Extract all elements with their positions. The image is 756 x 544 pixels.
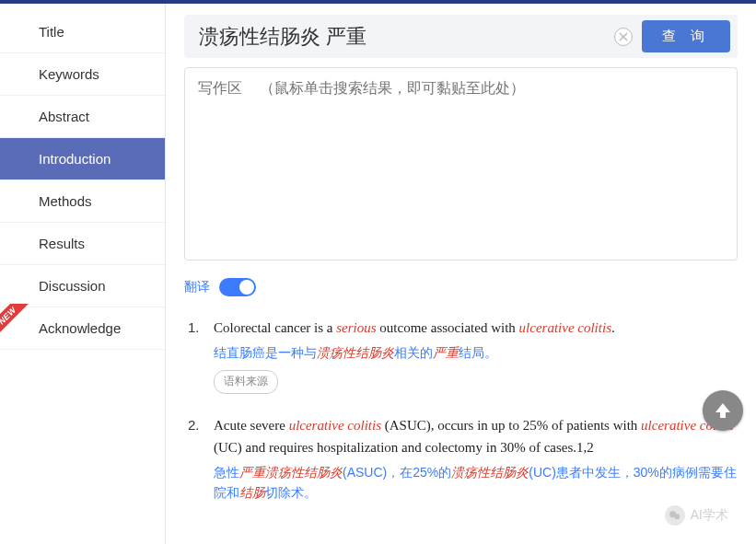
watermark: AI学术 (665, 505, 728, 526)
sidebar-item-acknowledge[interactable]: Acknowledge (0, 307, 165, 350)
translate-label: 翻译 (184, 279, 210, 295)
result-english: Colorectal cancer is a serious outcome a… (214, 317, 738, 339)
svg-point-1 (674, 514, 680, 519)
result-item[interactable]: 2.Acute severe ulcerative colitis (ASUC)… (188, 414, 738, 503)
wechat-icon (665, 505, 685, 526)
svg-point-0 (669, 511, 676, 517)
sidebar-item-methods[interactable]: Methods (0, 180, 165, 223)
sidebar-item-keywords[interactable]: Keywords (0, 53, 165, 96)
result-english: Acute severe ulcerative colitis (ASUC), … (214, 414, 738, 458)
result-chinese: 急性严重溃疡性结肠炎(ASUC)，在25%的溃疡性结肠炎(UC)患者中发生，30… (214, 462, 738, 503)
sidebar-item-discussion[interactable]: Discussion (0, 265, 165, 307)
new-badge (0, 304, 33, 341)
source-button[interactable]: 语料来源 (214, 370, 278, 393)
scroll-top-button[interactable] (703, 390, 743, 431)
main-panel: 查 询 翻译 1.Colorectal cancer is a serious … (166, 4, 756, 544)
result-number: 1. (188, 317, 203, 394)
watermark-text: AI学术 (691, 507, 728, 524)
result-number: 2. (188, 414, 203, 503)
search-input[interactable] (192, 21, 605, 52)
result-body: Colorectal cancer is a serious outcome a… (214, 317, 738, 394)
results-list: 1.Colorectal cancer is a serious outcome… (184, 317, 738, 503)
clear-icon[interactable] (614, 28, 633, 46)
translate-toggle[interactable] (219, 278, 256, 296)
sidebar-item-title[interactable]: Title (0, 11, 165, 53)
result-body: Acute severe ulcerative colitis (ASUC), … (214, 414, 738, 503)
sidebar-item-results[interactable]: Results (0, 223, 165, 265)
translate-row: 翻译 (184, 278, 738, 296)
container: TitleKeywordsAbstractIntroductionMethods… (0, 4, 756, 544)
query-button[interactable]: 查 询 (642, 20, 730, 52)
sidebar: TitleKeywordsAbstractIntroductionMethods… (0, 4, 166, 544)
result-item[interactable]: 1.Colorectal cancer is a serious outcome… (188, 317, 738, 394)
search-row: 查 询 (184, 15, 738, 58)
sidebar-item-abstract[interactable]: Abstract (0, 96, 165, 138)
sidebar-item-introduction[interactable]: Introduction (0, 138, 165, 180)
writing-area[interactable] (184, 67, 738, 260)
result-chinese: 结直肠癌是一种与溃疡性结肠炎相关的严重结局。 (214, 342, 738, 363)
